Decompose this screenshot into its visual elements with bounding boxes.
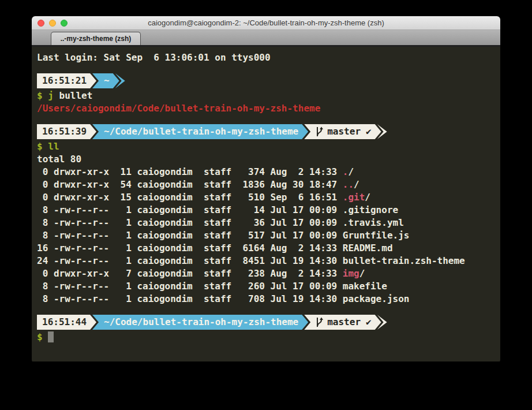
file-row: 8 -rw-r--r-- 1 caiogondim staff 517 Jul … [37,229,500,242]
prompt-dir: ~/Code/bullet-train-oh-my-zsh-theme [104,124,298,139]
tab-label: ..-my-zsh-theme (zsh) [61,35,132,43]
title-bar[interactable]: caiogondim@caiogondim-2: ~/Code/bullet-t… [32,16,500,30]
git-branch-icon [316,126,323,137]
prompt-time-segment: 16:51:39 [37,124,96,139]
terminal-cursor [48,331,54,342]
command-line: $ ll [37,140,500,153]
prompt-char: $ [37,141,43,152]
command-text: ll [43,141,59,152]
prompt-line-1: 16:51:21 ~ [37,73,500,88]
total-line: total 80 [37,153,500,166]
tab-zsh[interactable]: ..-my-zsh-theme (zsh) [51,32,141,45]
prompt-time: 16:51:44 [42,315,87,330]
close-button[interactable] [38,20,44,27]
command-text: j [43,90,54,101]
git-status-clean-icon: ✔ [366,124,372,139]
traffic-lights [38,20,68,27]
command-arg: bullet [54,90,92,101]
prompt-dir: ~/Code/bullet-train-oh-my-zsh-theme [104,315,298,330]
git-branch-name: master [327,315,361,330]
git-branch-icon [316,316,323,328]
file-row: 0 drwxr-xr-x 54 caiogondim staff 1836 Au… [37,178,500,191]
prompt-char: $ [37,90,43,101]
prompt-char: $ [37,331,43,342]
prompt-time: 16:51:39 [42,124,87,139]
file-row: 16 -rw-r--r-- 1 caiogondim staff 6164 Au… [37,242,500,255]
command-line: $ j bullet [37,90,500,102]
file-row: 8 -rw-r--r-- 1 caiogondim staff 36 Jul 1… [37,217,500,229]
prompt-time-segment: 16:51:21 [37,73,96,88]
file-row: 24 -rw-r--r-- 1 caiogondim staff 8451 Ju… [37,255,500,267]
prompt-line-3: 16:51:44 ~/Code/bullet-train-oh-my-zsh-t… [37,315,500,330]
file-row: 0 drwxr-xr-x 11 caiogondim staff 374 Aug… [37,166,500,178]
git-branch-name: master [327,124,361,139]
file-row: 0 drwxr-xr-x 15 caiogondim staff 510 Sep… [37,191,500,204]
minimize-button[interactable] [49,20,56,27]
prompt-dir: ~ [104,73,110,88]
prompt-dir-segment: ~/Code/bullet-train-oh-my-zsh-theme [92,315,308,330]
window-title: caiogondim@caiogondim-2: ~/Code/bullet-t… [148,18,384,27]
file-row: 0 drwxr-xr-x 7 caiogondim staff 238 Aug … [37,267,500,280]
terminal-content[interactable]: Last login: Sat Sep 6 13:06:01 on ttys00… [32,47,500,361]
prompt-line-2: 16:51:39 ~/Code/bullet-train-oh-my-zsh-t… [37,124,500,139]
file-row: 8 -rw-r--r-- 1 caiogondim staff 260 Jul … [37,280,500,293]
prompt-time: 16:51:21 [42,73,87,88]
prompt-dir-segment: ~/Code/bullet-train-oh-my-zsh-theme [92,124,308,139]
prompt-time-segment: 16:51:44 [37,315,96,330]
zoom-button[interactable] [61,20,68,27]
git-status-clean-icon: ✔ [366,315,372,330]
prompt-git-segment: master ✔ [304,315,381,330]
prompt-git-segment: master ✔ [304,124,381,139]
file-row: 8 -rw-r--r-- 1 caiogondim staff 14 Jul 1… [37,204,500,217]
last-login-line: Last login: Sat Sep 6 13:06:01 on ttys00… [37,51,500,64]
file-row: 8 -rw-r--r-- 1 caiogondim staff 708 Jul … [37,293,500,305]
output-path-line: /Users/caiogondim/Code/bullet-train-oh-m… [37,102,500,115]
tab-bar: ..-my-zsh-theme (zsh) [32,30,500,47]
terminal-window: caiogondim@caiogondim-2: ~/Code/bullet-t… [32,16,500,363]
command-line-current: $ [37,331,500,344]
